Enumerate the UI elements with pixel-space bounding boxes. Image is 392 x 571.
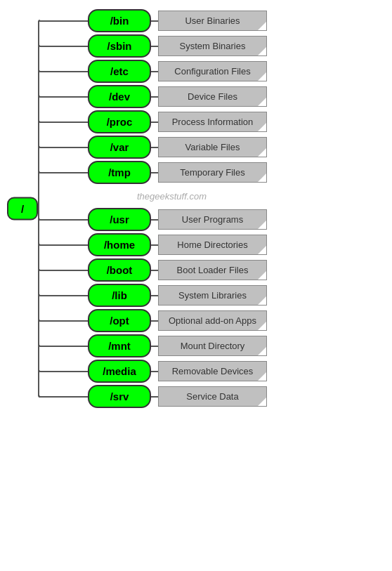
dir-node: /dev xyxy=(88,85,151,108)
tree-row: /tmpTemporary Files xyxy=(39,161,392,184)
watermark: thegeekstuff.com xyxy=(39,186,392,206)
tree-row: /bootBoot Loader Files xyxy=(39,258,392,282)
dir-node: /etc xyxy=(88,60,151,83)
h-connector2 xyxy=(151,244,158,246)
dir-node: /media xyxy=(88,360,151,383)
dir-label: System Libraries xyxy=(158,285,267,306)
dir-label: Variable Files xyxy=(158,137,267,157)
dir-node: /lib xyxy=(88,284,151,307)
h-connector xyxy=(39,244,88,246)
tree-row: /binUser Binaries xyxy=(39,9,392,32)
h-connector2 xyxy=(151,20,158,22)
dir-label: Process Information xyxy=(158,112,267,132)
h-connector2 xyxy=(151,219,158,221)
tree-row: /varVariable Files xyxy=(39,136,392,159)
dir-node: /boot xyxy=(88,258,151,282)
h-connector2 xyxy=(151,71,158,72)
h-connector xyxy=(39,346,88,347)
tree-row: /etcConfiguration Files xyxy=(39,60,392,83)
h-connector xyxy=(39,295,88,296)
dir-node: /opt xyxy=(88,309,151,332)
h-connector xyxy=(39,172,88,173)
h-connector xyxy=(39,20,88,22)
dir-node: /usr xyxy=(88,208,151,231)
h-connector2 xyxy=(151,346,158,347)
h-connector xyxy=(39,396,88,398)
dir-label: Device Files xyxy=(158,86,267,107)
dir-node: /srv xyxy=(88,385,151,408)
dir-label: User Binaries xyxy=(158,11,267,31)
dir-label: Optional add-on Apps xyxy=(158,310,267,331)
dir-node: /var xyxy=(88,136,151,159)
h-connector2 xyxy=(151,270,158,271)
tree-row: /homeHome Directories xyxy=(39,233,392,256)
dir-node: /home xyxy=(88,233,151,256)
dir-node: /tmp xyxy=(88,161,151,184)
dir-label: Mount Directory xyxy=(158,336,267,356)
h-connector2 xyxy=(151,96,158,98)
h-connector xyxy=(39,96,88,98)
h-connector2 xyxy=(151,295,158,296)
h-connector2 xyxy=(151,396,158,398)
h-connector xyxy=(39,147,88,148)
h-connector2 xyxy=(151,172,158,173)
h-connector2 xyxy=(151,147,158,148)
dir-label: Configuration Files xyxy=(158,61,267,81)
tree-row: /libSystem Libraries xyxy=(39,284,392,307)
root-node: / xyxy=(7,197,38,221)
h-connector xyxy=(39,46,88,47)
tree-row: /usrUser Programs xyxy=(39,208,392,231)
h-connector xyxy=(39,320,88,322)
tree-row: /srvService Data xyxy=(39,385,392,408)
tree-row: /devDevice Files xyxy=(39,85,392,108)
h-connector2 xyxy=(151,371,158,372)
tree-row: /optOptional add-on Apps xyxy=(39,309,392,332)
h-connector xyxy=(39,71,88,72)
tree-row: /mntMount Directory xyxy=(39,334,392,357)
tree-row: /procProcess Information xyxy=(39,110,392,133)
h-connector xyxy=(39,219,88,221)
dir-label: Boot Loader Files xyxy=(158,260,267,280)
dir-node: /mnt xyxy=(88,334,151,357)
h-connector2 xyxy=(151,122,158,123)
dir-label: User Programs xyxy=(158,209,267,230)
dir-node: /proc xyxy=(88,110,151,133)
dir-label: System Binaries xyxy=(158,36,267,56)
dir-label: Service Data xyxy=(158,386,267,407)
tree-row: /sbinSystem Binaries xyxy=(39,34,392,58)
dir-node: /bin xyxy=(88,9,151,32)
dir-label: Home Directories xyxy=(158,235,267,255)
h-connector2 xyxy=(151,320,158,322)
h-connector xyxy=(39,371,88,372)
dir-label: Temporary Files xyxy=(158,162,267,183)
h-connector2 xyxy=(151,46,158,47)
dir-node: /sbin xyxy=(88,34,151,58)
root-label: / xyxy=(7,197,38,221)
h-connector xyxy=(39,122,88,123)
h-connector xyxy=(39,270,88,271)
dir-label: Removable Devices xyxy=(158,361,267,381)
tree-row: /mediaRemovable Devices xyxy=(39,360,392,383)
